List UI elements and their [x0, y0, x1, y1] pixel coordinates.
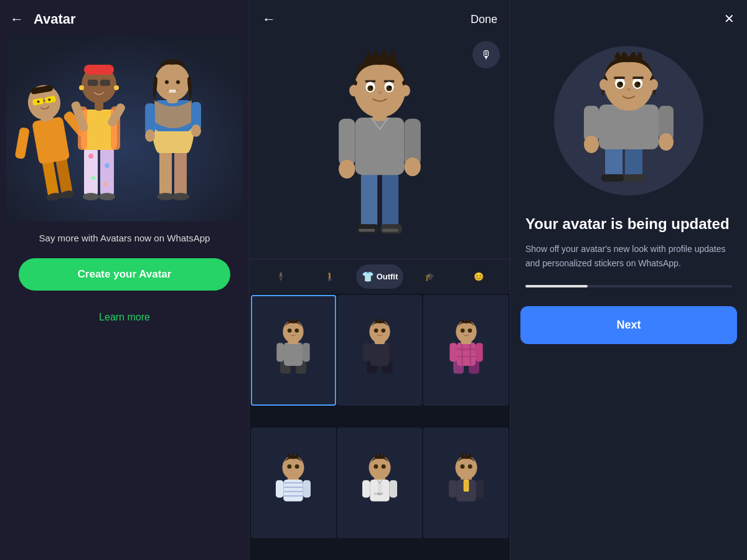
svg-point-154 [649, 79, 658, 90]
svg-point-47 [155, 63, 190, 101]
svg-rect-133 [464, 480, 468, 490]
promo-text: Say more with Avatars now on WhatsApp [39, 231, 210, 246]
svg-point-104 [467, 329, 472, 333]
panel3-avatar-svg [573, 52, 685, 189]
svg-point-44 [145, 129, 155, 142]
svg-rect-122 [362, 480, 370, 497]
panel-3: ✕ [510, 0, 747, 560]
svg-rect-52 [382, 170, 398, 229]
svg-rect-86 [363, 343, 370, 362]
svg-point-127 [460, 464, 464, 469]
svg-rect-57 [355, 118, 404, 175]
svg-point-118 [374, 464, 378, 469]
outfit-grid: Logo [250, 294, 510, 560]
svg-rect-56 [382, 229, 398, 232]
svg-point-60 [339, 160, 355, 179]
panel2-back-arrow[interactable]: ← [262, 11, 276, 27]
svg-point-45 [191, 124, 201, 137]
svg-point-35 [79, 85, 84, 90]
avatar-promo-scene [6, 35, 243, 222]
svg-point-102 [456, 320, 476, 343]
svg-rect-138 [599, 105, 659, 149]
panel1-title: Avatar [34, 11, 76, 27]
svg-point-23 [99, 193, 115, 200]
svg-point-119 [382, 464, 386, 469]
svg-point-141 [584, 136, 599, 153]
svg-point-126 [455, 455, 477, 480]
svg-rect-37 [159, 150, 172, 197]
svg-point-68 [367, 85, 373, 91]
svg-rect-85 [370, 342, 389, 366]
svg-rect-94 [457, 342, 476, 366]
svg-point-40 [172, 193, 189, 200]
next-button[interactable]: Next [520, 306, 737, 344]
panel-2: ← Done 🎙 [249, 0, 510, 560]
svg-rect-131 [476, 480, 483, 497]
svg-rect-136 [601, 174, 624, 182]
learn-more-link[interactable]: Learn more [99, 312, 150, 323]
svg-rect-76 [284, 342, 303, 366]
svg-rect-77 [277, 343, 284, 362]
face-icon: 😊 [474, 272, 484, 281]
outfit-cell-4[interactable] [251, 427, 336, 538]
panel2-done-button[interactable]: Done [471, 13, 497, 26]
body-icon: 🕴 [276, 272, 286, 281]
mic-button[interactable]: 🎙 [472, 41, 500, 68]
avatar-preview-area: 🎙 [250, 35, 510, 259]
svg-point-80 [283, 320, 304, 343]
avatar-circle-preview [554, 46, 703, 195]
tab-outfit[interactable]: 👕 Outfit [356, 264, 403, 289]
svg-point-106 [283, 455, 304, 480]
tab-face[interactable]: 😊 [455, 266, 502, 287]
svg-rect-115 [303, 480, 311, 497]
svg-point-147 [617, 82, 623, 88]
outfit-cell-2[interactable] [337, 295, 423, 406]
svg-rect-134 [605, 144, 622, 179]
svg-point-128 [467, 464, 472, 469]
hat-icon: 🎓 [425, 272, 435, 281]
category-tabs: 🕴 🚶 👕 Outfit 🎓 😊 [250, 259, 510, 294]
progress-bar-fill [525, 285, 588, 287]
main-avatar-preview [317, 47, 442, 246]
svg-point-20 [92, 176, 95, 180]
svg-rect-51 [361, 170, 377, 229]
outfit-cell-6[interactable] [423, 427, 509, 538]
svg-point-49 [176, 80, 180, 84]
svg-rect-100 [476, 343, 483, 362]
svg-point-150 [637, 82, 640, 85]
svg-point-70 [370, 86, 373, 88]
svg-rect-87 [389, 343, 397, 362]
svg-point-48 [165, 80, 169, 84]
create-avatar-button[interactable]: Create your Avatar [19, 258, 230, 291]
svg-text:Logo: Logo [374, 491, 383, 495]
svg-rect-123 [390, 480, 397, 497]
svg-rect-130 [449, 480, 456, 497]
svg-point-153 [599, 79, 608, 90]
svg-rect-50 [169, 90, 176, 93]
panel-1: ← Avatar [0, 0, 249, 560]
outfit-cell-5[interactable]: Logo [337, 427, 423, 538]
svg-point-39 [157, 193, 174, 200]
close-icon: ✕ [724, 12, 735, 26]
panel1-back-arrow[interactable]: ← [10, 11, 24, 27]
svg-point-107 [288, 464, 292, 469]
tab-hat[interactable]: 🎓 [406, 266, 453, 287]
update-desc: Show off your avatar's new look with pro… [510, 242, 747, 270]
svg-point-149 [620, 82, 622, 85]
svg-point-89 [369, 320, 390, 343]
svg-point-36 [114, 85, 119, 90]
svg-rect-114 [276, 480, 283, 497]
close-button[interactable]: ✕ [724, 11, 735, 26]
outfit-cell-1[interactable] [251, 295, 336, 406]
svg-point-117 [369, 455, 390, 480]
svg-line-12 [43, 100, 45, 101]
svg-point-71 [389, 86, 392, 88]
outfit-cell-3[interactable] [423, 295, 509, 406]
svg-point-148 [634, 82, 641, 88]
tab-body[interactable]: 🕴 [257, 266, 304, 287]
svg-point-90 [374, 329, 378, 333]
svg-point-73 [401, 85, 410, 96]
tab-figure[interactable]: 🚶 [307, 266, 354, 287]
progress-bar-container [525, 285, 732, 287]
svg-point-19 [105, 163, 110, 168]
